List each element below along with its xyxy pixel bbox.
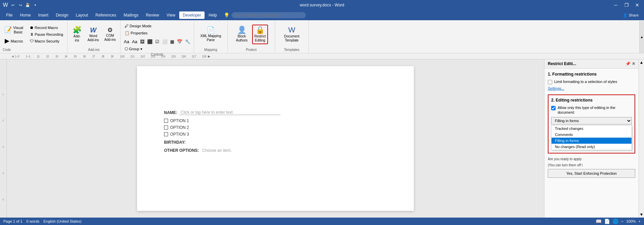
menu-file[interactable]: File — [3, 11, 16, 19]
text-control-icon[interactable]: Aa — [123, 38, 130, 45]
restrict-editing-btn[interactable]: 🔒 RestrictEditing — [252, 25, 268, 44]
checkbox-icon[interactable]: ☑ — [155, 38, 160, 45]
print-layout-icon[interactable]: 📄 — [604, 219, 610, 224]
page-info: Page 1 of 1 — [3, 219, 22, 223]
templates-content: W DocumentTemplate — [282, 22, 301, 47]
editing-section: 2. Editing restrictions Allow only this … — [548, 94, 635, 153]
margin-num-9: · — [3, 185, 3, 188]
name-field-text[interactable]: Click or tap here to enter text. — [179, 110, 280, 115]
visual-basic-btn[interactable]: 📝 Visual Basic — [3, 24, 25, 35]
xml-mapping-btn[interactable]: 📄 XML MappingPane — [199, 26, 223, 43]
macro-security-btn[interactable]: 🛡 Macro Security — [28, 38, 64, 44]
mapping-content: 📄 XML MappingPane — [199, 22, 223, 47]
popup-option-tracked[interactable]: Tracked changes — [552, 125, 632, 132]
menu-items: File Home Insert Design Layout Reference… — [3, 11, 306, 19]
pause-recording-btn[interactable]: ⏸ Pause Recording — [28, 31, 64, 37]
block-authors-btn[interactable]: 👤 BlockAuthors — [234, 25, 249, 44]
collapse-ribbon-area: ▲ — [639, 20, 644, 53]
checkbox-option2[interactable] — [164, 125, 168, 130]
controls-content: 🖊 Design Mode 📋 Properties Aa Aa 🖼 ⬛ ☑ ⬜… — [123, 22, 191, 52]
properties-btn[interactable]: 📋 Properties — [123, 30, 149, 36]
margin-num-10: 5 — [2, 198, 4, 201]
code-group-label: Code — [3, 48, 11, 52]
settings-link[interactable]: Settings... — [548, 86, 635, 90]
checkbox-option1[interactable] — [164, 119, 168, 123]
group-btn[interactable]: ⬡ Group ▾ — [123, 46, 144, 52]
document-template-btn[interactable]: W DocumentTemplate — [282, 25, 301, 44]
record-macro-btn[interactable]: ⏺ Record Macro — [28, 25, 64, 31]
menu-design[interactable]: Design — [52, 11, 72, 19]
scroll-up-btn[interactable]: ▲ — [639, 59, 644, 65]
undo-btn[interactable]: ↩ — [10, 2, 16, 8]
word-add-ins-btn[interactable]: W WordAdd-ins — [86, 26, 101, 43]
enforce-protection-btn[interactable]: Yes, Start Enforcing Protection — [548, 169, 635, 178]
redo-btn[interactable]: ↪ — [18, 2, 23, 8]
menu-developer[interactable]: Developer — [179, 11, 205, 19]
status-right: 📖 📄 🌐 ─ 100% + — [596, 219, 641, 224]
margin-num-4: 2 — [2, 119, 4, 122]
checkbox-option3[interactable] — [164, 132, 168, 136]
zoom-in-btn[interactable]: + — [639, 219, 641, 223]
popup-option-filling[interactable]: Filling in forms — [552, 138, 632, 144]
add-ins-btn[interactable]: 🧩 Add-ins — [70, 25, 84, 44]
combo-box-icon[interactable]: ⬜ — [161, 38, 168, 45]
legacy-tools-icon[interactable]: 🔧 — [184, 38, 191, 45]
margin-num-7: · — [3, 159, 3, 162]
design-mode-btn[interactable]: 🖊 Design Mode — [123, 23, 153, 29]
editing-title: 2. Editing restrictions — [551, 98, 632, 103]
tell-me-input[interactable] — [232, 12, 306, 18]
controls-icons-row: Aa Aa 🖼 ⬛ ☑ ⬜ ▦ 📅 🔧 — [123, 38, 191, 45]
editing-checkbox-row: Allow only this type of editing in the d… — [551, 105, 632, 115]
zoom-out-btn[interactable]: ─ — [621, 219, 624, 223]
ribbon-group-protect: 👤 BlockAuthors 🔒 RestrictEditing Protect — [228, 20, 275, 53]
save-btn[interactable]: 💾 — [25, 2, 30, 8]
window-close-btn[interactable]: ✕ — [633, 1, 641, 9]
ribbon-group-code: 📝 Visual Basic ▶ Macros ⏺ Record Macro ⏸… — [0, 20, 68, 53]
drop-down-icon[interactable]: ▦ — [169, 38, 175, 45]
menu-review[interactable]: Review — [142, 11, 162, 19]
language-indicator: English (United States) — [44, 219, 82, 223]
building-block-icon[interactable]: ⬛ — [146, 38, 153, 45]
menu-references[interactable]: References — [92, 11, 119, 19]
window-title: word survey.docx - Word — [300, 3, 344, 7]
picture-content-icon[interactable]: 🖼 — [139, 38, 145, 45]
editing-checkbox[interactable] — [551, 106, 556, 110]
window-minimize-btn[interactable]: ─ — [612, 1, 620, 9]
scroll-down-btn[interactable]: ▼ — [639, 212, 644, 218]
window-restore-btn[interactable]: ❐ — [622, 1, 630, 9]
editing-type-select[interactable]: Filling in forms Tracked changes Comment… — [551, 117, 632, 124]
collapse-ribbon-btn[interactable]: ▲ — [639, 21, 644, 53]
panel-close-btn[interactable]: ✕ — [632, 61, 635, 66]
menu-mailings[interactable]: Mailings — [120, 11, 142, 19]
macros-btn[interactable]: ▶ Macros — [3, 37, 25, 45]
ruler: ◀ |−2 |−1 |1 |2 |3 |4 |5 |6 |7 |8 |9 |10… — [0, 53, 644, 59]
menu-layout[interactable]: Layout — [73, 11, 91, 19]
panel-pin-btn[interactable]: 📌 — [625, 61, 630, 66]
com-add-ins-btn[interactable]: ⚙ COMAdd-ins — [103, 26, 117, 43]
ribbon: 📝 Visual Basic ▶ Macros ⏺ Record Macro ⏸… — [0, 20, 644, 53]
popup-option-no-changes[interactable]: No changes (Read only) — [552, 144, 632, 150]
option3-label: OPTION 3 — [170, 132, 189, 137]
menu-help[interactable]: Help — [205, 11, 220, 19]
other-options-value[interactable]: Choose an item. — [202, 148, 232, 153]
date-picker-icon[interactable]: 📅 — [176, 38, 183, 45]
popup-option-comments[interactable]: Comments — [552, 132, 632, 138]
customize-qat-btn[interactable]: ▾ — [32, 2, 38, 8]
person-icon: 👤 — [623, 13, 627, 18]
panel-header: Restrict Editi... 📌 ✕ — [544, 59, 639, 68]
menu-view[interactable]: View — [163, 11, 179, 19]
lightbulb-icon[interactable]: 💡 — [224, 12, 230, 18]
share-btn[interactable]: 👤 Share — [620, 12, 641, 19]
word-add-ins-icon: W — [90, 27, 97, 33]
formatting-checkbox[interactable] — [548, 80, 552, 84]
web-layout-icon[interactable]: 🌐 — [613, 219, 618, 224]
menu-home[interactable]: Home — [17, 11, 34, 19]
zoom-level: 100% — [626, 219, 636, 223]
menu-insert[interactable]: Insert — [35, 11, 52, 19]
read-mode-icon[interactable]: 📖 — [596, 219, 601, 224]
rich-text-icon[interactable]: Aa — [131, 38, 138, 45]
margin-num-8: 4 — [2, 172, 4, 175]
main-area: · 1 · 2 · 3 · 4 · 5 NAME: Click or tap h… — [0, 59, 644, 218]
protection-section: Are you ready to apply (You can turn the… — [548, 157, 635, 178]
xml-icon: 📄 — [207, 27, 215, 33]
